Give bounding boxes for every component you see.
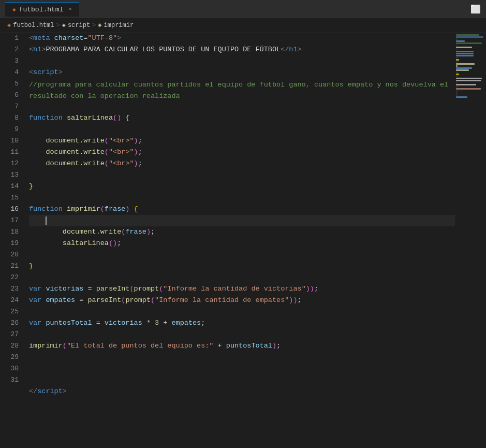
breadcrumb-file[interactable]: futbol.html (13, 22, 54, 29)
ln-2: 2 (0, 44, 19, 55)
code-line-31: </script> (29, 386, 455, 397)
code-line-3 (29, 55, 455, 67)
code-line-20: } (29, 261, 455, 272)
minimap-content (455, 33, 486, 99)
window-maximize-icon[interactable]: ⬜ (470, 5, 481, 15)
code-line-30 (29, 374, 455, 386)
text-cursor (46, 216, 47, 225)
line-numbers: 1 2 3 4 5 6 7 8 9 10 11 12 13 14 15 16 1… (0, 33, 25, 448)
code-editor[interactable]: <meta charset="UTF-8"> <h1>PROGRAMA PARA… (25, 33, 455, 448)
ln-6: 6 (0, 90, 19, 101)
code-line-7: function saltarLinea() { (29, 112, 455, 124)
ln-27: 27 (0, 329, 19, 340)
ln-28: 28 (0, 340, 19, 352)
ln-14: 14 (0, 181, 19, 192)
code-line-14 (29, 192, 455, 204)
window-controls: ⬜ (470, 4, 481, 15)
ln-1: 1 (0, 33, 19, 44)
code-line-26 (29, 329, 455, 340)
ln-31: 31 (0, 374, 19, 386)
ln-29: 29 (0, 352, 19, 363)
ln-18: 18 (0, 226, 19, 238)
ln-16: 16 (0, 204, 19, 215)
ln-15: 15 (0, 192, 19, 204)
ln-22: 22 (0, 272, 19, 283)
ln-5: 5 (0, 78, 19, 90)
ln-20: 20 (0, 249, 19, 261)
code-line-25: var puntosTotal = victorias * 3 + empate… (29, 317, 455, 329)
code-line-16 (29, 215, 455, 226)
tab-close-button[interactable]: × (68, 6, 72, 12)
code-line-29 (29, 363, 455, 374)
file-icon: ◈ (12, 6, 16, 13)
ln-26: 26 (0, 317, 19, 329)
breadcrumb-icon-1: ◈ (7, 21, 11, 29)
code-line-23: var empates = parseInt(prompt("Informe l… (29, 295, 455, 306)
code-line-28 (29, 352, 455, 363)
code-line-4: <script> (29, 67, 455, 78)
breadcrumb-icon-3: ◈ (98, 21, 101, 29)
ln-3: 3 (0, 55, 19, 67)
editor-tab[interactable]: ◈ futbol.html × (5, 2, 79, 17)
ln-23: 23 (0, 283, 19, 295)
breadcrumb-icon-2: ◈ (62, 21, 66, 29)
breadcrumb: ◈ futbol.html > ◈ script > ◈ imprimir (0, 18, 486, 33)
ln-21: 21 (0, 261, 19, 272)
ln-30: 30 (0, 363, 19, 374)
ln-12: 12 (0, 158, 19, 169)
ln-10: 10 (0, 135, 19, 147)
ln-8: 8 (0, 112, 19, 124)
code-line-1: <meta charset="UTF-8"> (29, 33, 455, 44)
code-line-21 (29, 272, 455, 283)
breadcrumb-sep-1: > (56, 22, 60, 29)
ln-19: 19 (0, 238, 19, 249)
code-line-8 (29, 124, 455, 135)
code-line-24 (29, 306, 455, 317)
code-line-19 (29, 249, 455, 261)
breadcrumb-script[interactable]: script (68, 22, 90, 29)
code-line-11: document.write("<br>"); (29, 158, 455, 169)
tab-filename: futbol.html (19, 6, 64, 13)
code-line-2: <h1>PROGRAMA PARA CALCULAR LOS PUNTOS DE… (29, 44, 455, 55)
title-bar: ◈ futbol.html × ⬜ (0, 0, 486, 18)
code-line-12 (29, 169, 455, 181)
ln-25: 25 (0, 306, 19, 317)
code-line-27: imprimir("El total de puntos del equipo … (29, 340, 455, 352)
code-line-18: saltarLinea(); (29, 238, 455, 249)
ln-11: 11 (0, 147, 19, 158)
ln-24: 24 (0, 295, 19, 306)
ln-13: 13 (0, 169, 19, 181)
breadcrumb-imprimir[interactable]: imprimir (104, 22, 134, 29)
ln-4: 4 (0, 67, 19, 78)
code-line-13: } (29, 181, 455, 192)
breadcrumb-sep-2: > (92, 22, 96, 29)
code-line-15: function imprimir(frase) { (29, 204, 455, 215)
editor-area: 1 2 3 4 5 6 7 8 9 10 11 12 13 14 15 16 1… (0, 33, 486, 448)
code-line-5: //programa para calcular cuantos partido… (29, 78, 455, 101)
code-line-9: document.write("<br>"); (29, 135, 455, 147)
ln-7: 7 (0, 101, 19, 112)
code-line-10: document.write("<br>"); (29, 147, 455, 158)
ln-17: 17 (0, 215, 19, 226)
code-line-17: document.write(frase); (29, 226, 455, 238)
ln-9: 9 (0, 124, 19, 135)
code-line-22: var victorias = parseInt(prompt("Informe… (29, 283, 455, 295)
minimap[interactable] (455, 33, 486, 448)
code-line-6 (29, 101, 455, 112)
